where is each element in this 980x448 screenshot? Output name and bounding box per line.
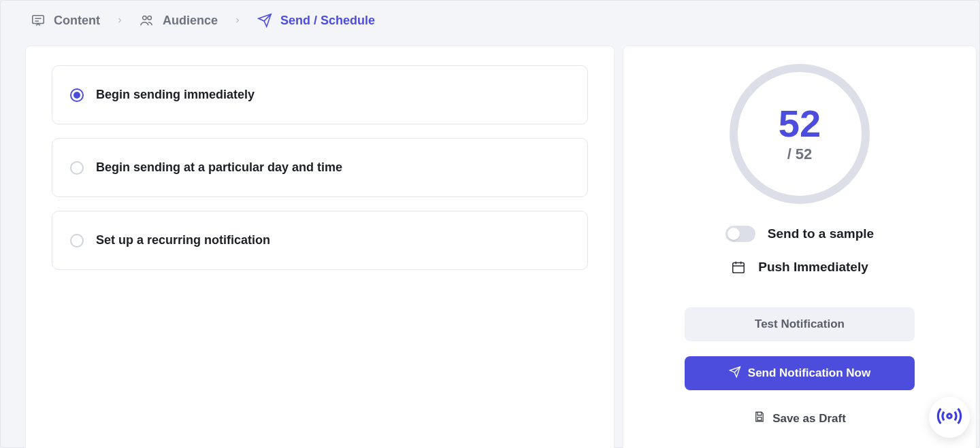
save-icon [753,411,766,426]
people-icon [140,13,154,28]
svg-rect-3 [733,263,745,273]
svg-rect-0 [33,16,44,24]
sample-toggle-label: Send to a sample [768,226,874,241]
chevron-right-icon [111,16,129,24]
save-as-draft-link[interactable]: Save as Draft [753,411,846,426]
recipient-count-gauge: 52 / 52 [730,64,870,204]
option-send-recurring-label: Set up a recurring notification [96,233,270,247]
content-body: Begin sending immediately Begin sending … [1,40,979,448]
svg-point-2 [148,16,152,20]
app-frame: Content Audience Send / Schedule Begi [0,0,980,448]
send-notification-button-label: Send Notification Now [748,366,870,380]
test-notification-button-label: Test Notification [755,317,845,331]
send-icon [729,366,741,381]
chevron-right-icon [229,16,246,24]
option-send-immediately[interactable]: Begin sending immediately [52,65,588,124]
svg-rect-4 [757,417,762,421]
svg-point-1 [143,16,147,20]
breadcrumb-step-audience-label: Audience [163,14,218,28]
option-send-immediately-label: Begin sending immediately [96,88,255,102]
breadcrumb-step-audience[interactable]: Audience [134,10,223,31]
sample-toggle-row: Send to a sample [725,226,874,242]
recipient-count: 52 [779,105,821,143]
help-fab[interactable] [929,397,970,438]
breadcrumb: Content Audience Send / Schedule [1,1,979,40]
option-send-recurring[interactable]: Set up a recurring notification [52,211,588,270]
send-notification-button[interactable]: Send Notification Now [685,356,915,390]
broadcast-icon [936,403,962,432]
test-notification-button[interactable]: Test Notification [685,307,915,341]
timing-info-label: Push Immediately [758,260,868,275]
radio-unselected-icon [70,161,84,175]
radio-unselected-icon [70,234,84,247]
timing-info-row: Push Immediately [731,260,868,275]
svg-point-5 [947,414,951,418]
radio-selected-icon [70,88,84,102]
schedule-options-panel: Begin sending immediately Begin sending … [25,46,615,448]
breadcrumb-step-send-schedule[interactable]: Send / Schedule [252,10,380,31]
breadcrumb-step-content-label: Content [54,14,100,28]
send-icon [257,13,272,28]
option-send-scheduled[interactable]: Begin sending at a particular day and ti… [52,138,588,197]
recipient-total: / 52 [787,145,813,163]
option-send-scheduled-label: Begin sending at a particular day and ti… [96,160,342,175]
calendar-icon [731,260,746,275]
save-as-draft-label: Save as Draft [772,412,846,426]
breadcrumb-step-send-schedule-label: Send / Schedule [280,14,375,28]
breadcrumb-step-content[interactable]: Content [25,10,105,31]
sample-toggle[interactable] [725,226,755,242]
message-icon [31,13,46,28]
summary-panel: 52 / 52 Send to a sample Push Immediatel… [623,46,977,448]
